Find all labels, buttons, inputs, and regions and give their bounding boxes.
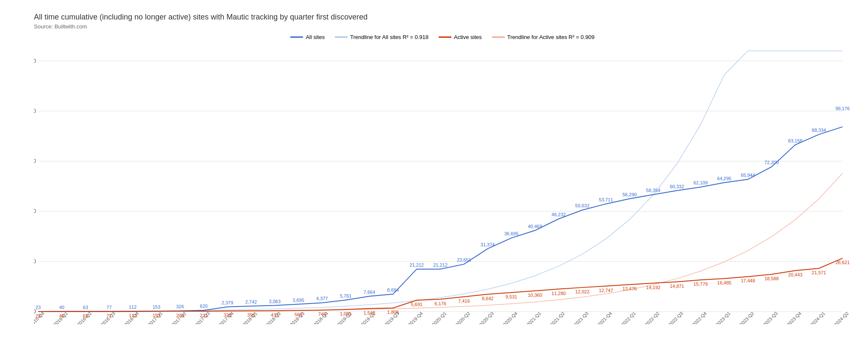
svg-text:2020-Q1: 2020-Q1 (431, 311, 448, 324)
svg-text:12,747: 12,747 (599, 288, 613, 293)
svg-text:46,232: 46,232 (551, 212, 566, 217)
svg-text:2024-Q2: 2024-Q2 (833, 311, 850, 324)
svg-text:153: 153 (153, 304, 160, 309)
svg-text:3,695: 3,695 (292, 298, 304, 303)
svg-text:64,295: 64,295 (717, 176, 732, 181)
svg-text:23: 23 (36, 305, 41, 310)
main-chart: 025,00050,00075,000100,000125,0002015-Q4… (34, 47, 851, 324)
svg-text:125,000: 125,000 (34, 58, 36, 64)
svg-text:2021-Q3: 2021-Q3 (573, 311, 590, 324)
svg-text:2021-Q4: 2021-Q4 (597, 311, 613, 324)
svg-text:2022-Q4: 2022-Q4 (691, 311, 708, 324)
svg-text:2024-Q1: 2024-Q1 (810, 311, 826, 324)
chart-legend: All sites Trendline for All sites R² = 0… (34, 34, 851, 40)
svg-text:5,691: 5,691 (411, 302, 423, 307)
svg-text:2021-Q2: 2021-Q2 (549, 311, 566, 324)
svg-text:1,081: 1,081 (340, 311, 352, 316)
svg-text:2023-Q1: 2023-Q1 (715, 311, 732, 324)
svg-text:20,443: 20,443 (788, 272, 803, 277)
svg-text:16,485: 16,485 (717, 280, 732, 285)
svg-text:620: 620 (200, 304, 208, 309)
svg-text:56,290: 56,290 (623, 192, 637, 197)
svg-text:6,176: 6,176 (434, 301, 446, 306)
svg-text:31,374: 31,374 (481, 242, 495, 247)
svg-text:18,588: 18,588 (765, 276, 779, 281)
svg-text:2020-Q2: 2020-Q2 (455, 311, 471, 324)
legend-active-trend: Trendline for Active sites R² = 0.909 (492, 34, 595, 40)
svg-text:21,212: 21,212 (409, 262, 424, 268)
svg-text:21,571: 21,571 (812, 270, 826, 275)
svg-text:88,334: 88,334 (812, 128, 826, 133)
svg-text:40: 40 (59, 313, 64, 318)
svg-text:8,694: 8,694 (387, 287, 399, 293)
svg-text:77: 77 (106, 313, 111, 318)
legend-all-sites-line (290, 36, 303, 38)
svg-text:26,621: 26,621 (835, 260, 850, 265)
legend-active-trend-label: Trendline for Active sites R² = 0.909 (507, 34, 595, 40)
svg-text:60,332: 60,332 (670, 184, 684, 189)
svg-text:396: 396 (247, 312, 255, 318)
chart-title: All time cumulative (including no longer… (34, 13, 851, 22)
svg-text:568: 568 (295, 312, 302, 317)
svg-text:745: 745 (318, 312, 326, 317)
svg-text:53,711: 53,711 (599, 197, 613, 202)
svg-text:9,531: 9,531 (506, 294, 517, 299)
svg-text:4,377: 4,377 (316, 296, 328, 301)
svg-text:2022-Q3: 2022-Q3 (668, 311, 684, 324)
svg-text:99,176: 99,176 (835, 106, 850, 111)
svg-text:2021-Q1: 2021-Q1 (526, 311, 542, 324)
svg-text:12,022: 12,022 (575, 289, 590, 294)
svg-text:75,000: 75,000 (34, 158, 36, 164)
svg-text:17,448: 17,448 (741, 278, 755, 283)
svg-text:21,212: 21,212 (433, 262, 448, 268)
svg-text:1,542: 1,542 (364, 310, 376, 315)
svg-text:2019-Q4: 2019-Q4 (407, 311, 424, 324)
legend-all-trend-line (335, 36, 348, 38)
svg-text:40,469: 40,469 (528, 224, 542, 229)
svg-text:2020-Q4: 2020-Q4 (502, 311, 518, 324)
svg-text:65,944: 65,944 (741, 173, 755, 178)
svg-text:14,192: 14,192 (646, 285, 661, 290)
svg-text:77: 77 (106, 305, 111, 310)
svg-text:112: 112 (129, 304, 136, 309)
svg-text:2023-Q2: 2023-Q2 (738, 311, 755, 324)
svg-text:23,651: 23,651 (457, 257, 471, 262)
svg-text:7,416: 7,416 (458, 298, 470, 304)
svg-text:13,476: 13,476 (623, 286, 637, 291)
svg-text:2020-Q3: 2020-Q3 (478, 311, 495, 324)
svg-text:8,642: 8,642 (482, 296, 494, 301)
svg-text:221: 221 (200, 313, 208, 318)
svg-text:63: 63 (83, 305, 88, 310)
svg-text:11,280: 11,280 (551, 291, 566, 296)
svg-text:2022-Q2: 2022-Q2 (644, 311, 660, 324)
legend-active-trend-line (492, 36, 505, 38)
svg-text:204: 204 (176, 313, 184, 318)
svg-text:328: 328 (223, 312, 231, 318)
svg-text:40: 40 (59, 305, 64, 310)
legend-all-sites: All sites (290, 34, 325, 40)
svg-text:3,063: 3,063 (269, 299, 281, 304)
svg-text:2023-Q3: 2023-Q3 (762, 311, 779, 324)
svg-text:25,000: 25,000 (34, 258, 36, 265)
svg-text:83,158: 83,158 (788, 138, 803, 143)
legend-active-sites-label: Active sites (454, 34, 482, 40)
svg-text:326: 326 (176, 304, 184, 309)
svg-text:1,806: 1,806 (387, 309, 399, 315)
svg-text:437: 437 (271, 312, 278, 318)
legend-active-sites: Active sites (439, 34, 482, 40)
svg-text:58,354: 58,354 (646, 188, 661, 193)
svg-text:10,360: 10,360 (528, 293, 542, 298)
svg-text:2022-Q1: 2022-Q1 (620, 311, 637, 324)
svg-text:112: 112 (129, 313, 136, 318)
svg-text:23: 23 (36, 313, 41, 318)
svg-text:5,761: 5,761 (340, 293, 352, 298)
svg-text:2,379: 2,379 (222, 300, 234, 305)
legend-all-sites-label: All sites (306, 34, 325, 40)
legend-active-sites-line (439, 36, 451, 38)
svg-text:72,200: 72,200 (765, 160, 779, 165)
svg-text:63: 63 (83, 313, 88, 318)
legend-all-trend-label: Trendline for All sites R² = 0.918 (350, 34, 428, 40)
legend-all-trend: Trendline for All sites R² = 0.918 (335, 34, 428, 40)
svg-text:2023-Q4: 2023-Q4 (786, 311, 802, 324)
svg-text:50,632: 50,632 (575, 203, 590, 208)
